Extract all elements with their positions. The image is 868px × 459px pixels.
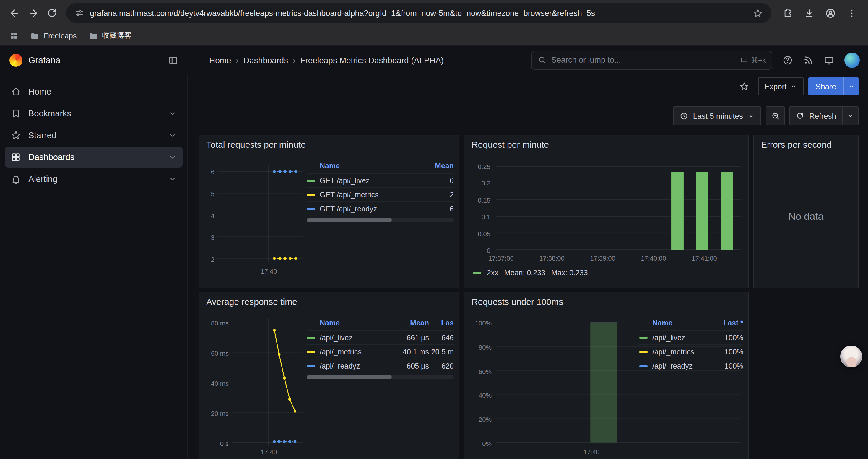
search-icon: [538, 56, 547, 64]
legend-scrollbar[interactable]: [307, 218, 454, 222]
grafana-logo[interactable]: [9, 54, 23, 66]
series-name[interactable]: GET /api/_readyz: [320, 205, 423, 213]
legend: 2xx Mean: 0.233 Max: 0.233: [473, 269, 588, 277]
bookmark-blogs[interactable]: 收藏博客: [88, 31, 131, 41]
back-icon[interactable]: [5, 4, 24, 23]
legend-header-name[interactable]: Name: [639, 319, 710, 327]
share-menu-caret-icon[interactable]: [843, 77, 859, 95]
zoom-out-icon[interactable]: [766, 106, 785, 125]
series-name[interactable]: /api/_metrics: [652, 348, 710, 356]
favorite-star-icon[interactable]: [735, 77, 753, 95]
refresh-interval-caret-icon[interactable]: [842, 106, 859, 125]
sidebar-item-starred[interactable]: Starred: [5, 125, 183, 146]
y-axis-tick: 0%: [466, 440, 492, 447]
chevron-down-icon[interactable]: [168, 153, 177, 161]
series-name[interactable]: /api/_livez: [652, 333, 710, 342]
bell-icon: [11, 174, 21, 184]
series-name[interactable]: /api/_readyz: [652, 362, 710, 370]
y-axis-tick: 60%: [466, 368, 492, 375]
series-swatch: [307, 351, 315, 353]
legend-row: GET /api/_metrics 2: [307, 187, 454, 201]
series-name[interactable]: /api/_metrics: [320, 348, 391, 356]
series-last: 20.5 m: [429, 348, 454, 356]
legend-header-name[interactable]: Name: [307, 319, 391, 327]
help-icon[interactable]: [782, 55, 793, 65]
panel-average-response-time: Average response time Name Mean Las /api…: [198, 292, 459, 459]
legend-row: /api/_livez 661 µs 646: [307, 330, 454, 345]
sidebar-item-bookmarks[interactable]: Bookmarks: [5, 103, 183, 124]
chevron-down-icon[interactable]: [168, 131, 177, 139]
panel-legend-table: Name Last * /api/_livez 100% /api/_metri…: [639, 316, 743, 373]
share-button[interactable]: Share: [809, 77, 859, 95]
address-bar[interactable]: grafana.mathmast.com/d/deytv4rwavabkb/fr…: [66, 3, 771, 23]
news-feed-icon[interactable]: [803, 55, 814, 65]
panel-title[interactable]: Errors per second: [761, 139, 831, 150]
legend-row: /api/_readyz 100%: [639, 359, 743, 373]
breadcrumb-dashboards[interactable]: Dashboards: [236, 55, 288, 65]
share-label[interactable]: Share: [809, 77, 843, 95]
x-axis-tick: 17:38:00: [531, 255, 572, 262]
bookmark-freeleaps[interactable]: Freeleaps: [30, 31, 76, 40]
x-axis-tick: 17:40: [248, 268, 289, 275]
sidebar-item-label: Alerting: [28, 174, 57, 184]
sidebar-item-alerting[interactable]: Alerting: [5, 168, 183, 190]
series-swatch: [307, 208, 315, 210]
search-input[interactable]: Search or jump to... ⌘+k: [531, 51, 772, 69]
assistant-avatar-overlay[interactable]: [840, 346, 862, 367]
refresh-controls: Refresh: [790, 106, 859, 125]
y-axis-tick: 0.15: [466, 197, 490, 204]
extensions-icon[interactable]: [778, 4, 797, 23]
legend-scrollbar[interactable]: [307, 375, 454, 379]
brand-area[interactable]: Grafana: [0, 54, 188, 66]
y-axis-tick: 80 ms: [200, 320, 229, 327]
user-avatar[interactable]: [844, 52, 860, 68]
downloads-icon[interactable]: [800, 4, 818, 23]
chevron-down-icon[interactable]: [168, 175, 177, 183]
y-axis-tick: 0.2: [466, 180, 490, 187]
series-name[interactable]: GET /api/_metrics: [320, 191, 423, 199]
y-axis-tick: 100%: [466, 320, 492, 327]
profile-icon[interactable]: [821, 4, 840, 23]
monitor-icon[interactable]: [824, 55, 834, 65]
search-shortcut: ⌘+k: [740, 56, 766, 64]
series-mean: 6: [423, 205, 454, 213]
bookmarks-bar: Freeleaps 收藏博客: [0, 26, 868, 46]
legend-header-mean[interactable]: Mean: [391, 319, 429, 327]
export-button[interactable]: Export: [758, 77, 804, 95]
reload-icon[interactable]: [42, 4, 61, 23]
y-axis-tick: 0.05: [466, 230, 490, 237]
legend-header-last[interactable]: Las: [429, 319, 454, 327]
url-text[interactable]: grafana.mathmast.com/d/deytv4rwavabkb/fr…: [90, 8, 747, 18]
series-mean: 6: [423, 176, 454, 185]
series-last: 100%: [710, 362, 743, 370]
legend-header-name[interactable]: Name: [307, 162, 423, 170]
series-name[interactable]: /api/_readyz: [320, 362, 391, 370]
apps-grid-icon[interactable]: [9, 31, 18, 40]
site-info-icon[interactable]: [74, 8, 84, 18]
series-swatch: [307, 365, 315, 367]
legend-header-last[interactable]: Last *: [710, 319, 743, 327]
sidebar-item-home[interactable]: Home: [5, 81, 183, 102]
y-axis-tick: 0.25: [466, 163, 490, 170]
series-name[interactable]: GET /api/_livez: [320, 176, 423, 185]
folder-icon: [88, 31, 98, 40]
y-axis-tick: 4: [200, 212, 215, 219]
breadcrumb-home[interactable]: Home: [209, 55, 231, 65]
y-axis-tick: 0.1: [466, 213, 490, 220]
series-name[interactable]: /api/_livez: [320, 333, 391, 342]
panel-request-per-minute: Request per minute 2xx Mean: 0.233 Max: …: [464, 135, 749, 288]
refresh-button[interactable]: Refresh: [790, 106, 842, 125]
breadcrumb-current: Freeleaps Metrics Dashboard (ALPHA): [293, 55, 444, 65]
forward-icon[interactable]: [24, 4, 42, 23]
legend-header-mean[interactable]: Mean: [423, 162, 454, 170]
series-mean: 40.1 ms: [391, 348, 429, 356]
series-name[interactable]: 2xx: [487, 269, 498, 277]
toolbar-right: [776, 4, 863, 23]
browser-menu-icon[interactable]: [842, 4, 861, 23]
time-range-picker[interactable]: Last 5 minutes: [673, 106, 761, 125]
sidebar-item-dashboards[interactable]: Dashboards: [5, 146, 183, 168]
chevron-down-icon[interactable]: [168, 109, 177, 118]
sidebar-collapse-icon[interactable]: [168, 55, 179, 65]
bookmark-star-icon[interactable]: [753, 8, 763, 18]
folder-icon: [30, 31, 39, 40]
